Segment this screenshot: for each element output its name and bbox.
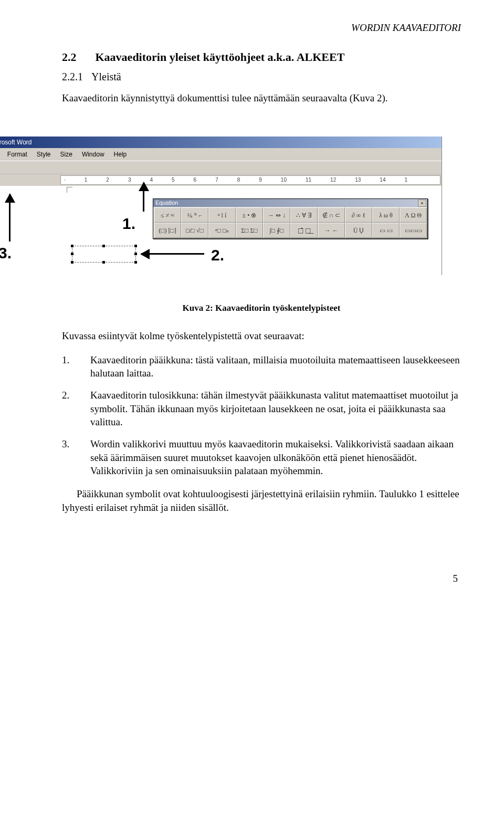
window-title: Document2 - Microsoft Word (0, 138, 32, 146)
eq-labeled-arrow[interactable]: → ← (318, 223, 345, 238)
list-text: Kaavaeditorin pääikkuna: tästä valitaan,… (90, 353, 461, 380)
subsection-number: 2.2.1 (62, 70, 83, 84)
figure-caption: Kuva 2: Kaavaeditorin työskentelypisteet (62, 302, 461, 315)
resize-handle[interactable] (71, 245, 74, 247)
resize-handle[interactable] (71, 253, 74, 255)
list-item: 3. Wordin valikkorivi muuttuu myös kaava… (62, 437, 461, 478)
list-marker: 1. (62, 353, 80, 380)
running-header: WORDIN KAAVAEDITORI (62, 21, 461, 35)
subsection-title: Yleistä (91, 70, 121, 84)
eq-greek-lower[interactable]: λ ω θ (372, 207, 400, 223)
arrow-up-icon (143, 183, 144, 212)
intro-paragraph: Kaavaeditorin käynnistyttyä dokumenttisi… (62, 91, 461, 105)
eq-fraction-radical[interactable]: □⁄□ √□ (181, 223, 208, 238)
toolbar: L (0, 161, 442, 174)
word-window: W Document2 - Microsoft Word File Edit V… (0, 137, 442, 275)
annotation-label-3: 3. (0, 243, 12, 264)
section-title: Kaavaeditorin yleiset käyttöohjeet a.k.a… (96, 49, 345, 65)
document-page[interactable]: Equation × ≤ ≠ ≈ ¹⁄ₐ ᵇ ⌐ ⁿ ï í ± • ⊗ → ⇔… (0, 186, 442, 275)
list-item: 2. Kaavaeditorin tulosikkuna: tähän ilme… (62, 389, 461, 429)
equation-toolbar[interactable]: Equation × ≤ ≠ ≈ ¹⁄ₐ ᵇ ⌐ ⁿ ï í ± • ⊗ → ⇔… (153, 198, 428, 239)
horizontal-ruler-row: · 1 2 3 4 5 6 7 8 9 10 11 12 13 14 1 (0, 174, 442, 186)
eq-logical-symbols[interactable]: ∴ ∀ ∃ (290, 207, 318, 223)
resize-handle[interactable] (102, 261, 105, 264)
list-text: Kaavaeditorin tulosikkuna: tähän ilmesty… (90, 389, 461, 429)
numbered-list: 1. Kaavaeditorin pääikkuna: tästä valita… (62, 353, 461, 478)
eq-set-theory-symbols[interactable]: ∉ ∩ ⊂ (318, 207, 345, 223)
resize-handle[interactable] (134, 261, 137, 264)
resize-handle[interactable] (102, 245, 105, 247)
arrow-left-icon (141, 253, 204, 255)
page-corner-icon (67, 187, 72, 193)
equation-title-label: Equation (155, 199, 178, 207)
ruler-gap (0, 174, 60, 186)
equation-edit-box[interactable] (72, 246, 136, 263)
subsection-heading: 2.2.1 Yleistä (62, 70, 461, 84)
menu-size[interactable]: Size (56, 149, 77, 160)
eq-integral[interactable]: ∫□ ∮□ (263, 223, 290, 238)
titlebar: W Document2 - Microsoft Word (0, 137, 442, 148)
section-heading: 2.2 Kaavaeditorin yleiset käyttöohjeet a… (62, 49, 461, 65)
eq-summation[interactable]: Σ□ Σ□ (236, 223, 263, 238)
eq-fence-templates[interactable]: (□) [□] (154, 223, 181, 238)
annotation-label-1: 1. (122, 213, 135, 235)
figure-screenshot: W Document2 - Microsoft Word File Edit V… (0, 137, 442, 275)
eq-spaces-ellipses[interactable]: ¹⁄ₐ ᵇ ⌐ (181, 207, 208, 223)
menu-help[interactable]: Help (110, 149, 131, 160)
horizontal-ruler[interactable]: · 1 2 3 4 5 6 7 8 9 10 11 12 13 14 1 (60, 175, 440, 185)
list-marker: 3. (62, 437, 80, 478)
closing-paragraph: Pääikkunan symbolit ovat kohtuuloogisest… (62, 487, 461, 514)
list-text: Wordin valikkorivi muuttuu myös kaavaedi… (90, 437, 461, 478)
eq-sub-superscript[interactable]: ⁿ□ □ₙ (208, 223, 236, 238)
page-number: 5 (62, 572, 461, 585)
close-icon[interactable]: × (418, 200, 426, 207)
lead-paragraph: Kuvassa esiintyvät kolme työskentelypist… (62, 329, 461, 343)
list-item: 1. Kaavaeditorin pääikkuna: tästä valita… (62, 353, 461, 380)
eq-matrix-large[interactable]: ▭▭▭ (400, 223, 427, 238)
eq-greek-upper[interactable]: Λ Ω Θ (400, 207, 427, 223)
menubar: File Edit View Format Style Size Window … (0, 148, 442, 161)
arrow-up-icon (9, 194, 10, 242)
document-area: 1 2 Equation × ≤ ≠ ≈ ¹⁄ₐ ᵇ ⌐ (0, 186, 442, 275)
eq-embellishments[interactable]: ⁿ ï í (208, 207, 236, 223)
resize-handle[interactable] (71, 261, 74, 264)
equation-row-2: (□) [□] □⁄□ √□ ⁿ□ □ₙ Σ□ Σ□ ∫□ ∮□ □̄ □͟ →… (154, 223, 427, 238)
menu-style[interactable]: Style (33, 149, 55, 160)
eq-misc-symbols[interactable]: ∂ ∞ ℓ (345, 207, 372, 223)
resize-handle[interactable] (134, 253, 137, 255)
equation-row-1: ≤ ≠ ≈ ¹⁄ₐ ᵇ ⌐ ⁿ ï í ± • ⊗ → ⇔ ↓ ∴ ∀ ∃ ∉ … (154, 207, 427, 223)
eq-products-set[interactable]: Ū Ụ (345, 223, 372, 238)
section-number: 2.2 (62, 49, 77, 65)
menu-view[interactable]: View (0, 149, 2, 160)
resize-handle[interactable] (134, 245, 137, 247)
menu-format[interactable]: Format (3, 149, 32, 160)
eq-matrix-small[interactable]: ▭ ▭ (372, 223, 400, 238)
eq-operator-symbols[interactable]: ± • ⊗ (236, 207, 263, 223)
list-marker: 2. (62, 389, 80, 429)
equation-toolbar-title[interactable]: Equation × (153, 199, 427, 207)
annotation-label-2: 2. (211, 245, 224, 266)
eq-arrow-symbols[interactable]: → ⇔ ↓ (263, 207, 290, 223)
eq-over-underbar[interactable]: □̄ □͟ (290, 223, 318, 238)
menu-window[interactable]: Window (78, 149, 109, 160)
eq-relational-symbols[interactable]: ≤ ≠ ≈ (154, 207, 181, 223)
